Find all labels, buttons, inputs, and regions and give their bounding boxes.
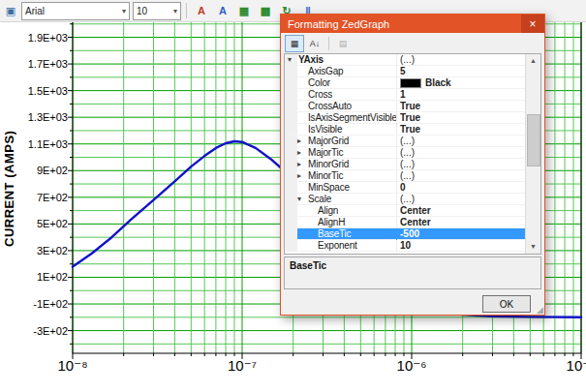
- font-color-icon[interactable]: A: [192, 1, 211, 20]
- property-name: AxisGap: [308, 66, 343, 77]
- y-tick-label: 1.9E+03: [0, 32, 68, 44]
- chevron-down-icon: ▾: [118, 7, 126, 15]
- row-gutter: [285, 228, 297, 239]
- y-tick-label: 7E+02: [0, 192, 68, 203]
- row-gutter: [285, 112, 297, 123]
- row-gutter: [285, 240, 297, 251]
- toolbar-separator: [186, 3, 187, 18]
- property-row-scale[interactable]: ▾Scale(...): [285, 194, 526, 205]
- y-tick-label: 1.7E+03: [0, 58, 68, 70]
- y-tick-label: 9E+02: [0, 165, 68, 176]
- toolbar-separator: [328, 37, 329, 50]
- formatting-dialog: Formatting ZedGraph × ▦A↓▤ ▾YAxis(...)Ax…: [280, 14, 545, 316]
- row-gutter: [285, 159, 297, 169]
- collapse-icon[interactable]: ▾: [288, 54, 292, 66]
- expand-icon[interactable]: ▸: [297, 147, 301, 159]
- property-row-align[interactable]: AlignCenter: [285, 205, 526, 217]
- property-value[interactable]: 0: [396, 182, 526, 194]
- expand-icon[interactable]: ▸: [297, 170, 301, 182]
- scroll-up-icon[interactable]: ▲: [526, 54, 540, 68]
- chart-grid-icon[interactable]: ▦: [234, 1, 254, 20]
- font-family-combo[interactable]: Arial ▾: [21, 2, 130, 20]
- row-gutter: [285, 217, 297, 227]
- property-value[interactable]: (...): [396, 54, 526, 66]
- categorized-icon[interactable]: ▦: [285, 35, 304, 52]
- row-gutter: [285, 147, 297, 158]
- chevron-down-icon: ▾: [170, 7, 177, 15]
- property-row-minspace[interactable]: MinSpace0: [285, 182, 526, 194]
- text-color-icon[interactable]: A: [213, 1, 232, 20]
- resize-grip[interactable]: ◢: [537, 305, 543, 315]
- property-value[interactable]: 5: [396, 66, 526, 77]
- row-gutter: [285, 66, 297, 76]
- collapse-icon[interactable]: ▾: [297, 194, 301, 205]
- y-tick-label: -1E+02: [0, 298, 68, 310]
- row-gutter: [285, 205, 297, 216]
- y-tick-label: -3E+02: [0, 325, 68, 337]
- property-name: YAxis: [298, 54, 324, 66]
- property-value[interactable]: Center: [396, 205, 526, 217]
- alphabetical-sort-icon[interactable]: A↓: [305, 35, 324, 52]
- expand-icon[interactable]: ▸: [297, 159, 301, 170]
- property-value[interactable]: (...): [396, 147, 526, 159]
- property-name: Scale: [308, 194, 331, 205]
- property-row-cross[interactable]: Cross1: [285, 89, 526, 101]
- x-tick-label: 10⁻⁸: [58, 357, 88, 375]
- property-row-axisgap[interactable]: AxisGap5: [285, 66, 526, 77]
- y-tick-label: 5E+02: [0, 218, 68, 229]
- color-swatch: [400, 78, 421, 88]
- row-gutter: [285, 194, 297, 204]
- dialog-titlebar[interactable]: Formatting ZedGraph ×: [281, 15, 544, 33]
- property-value[interactable]: 1: [396, 89, 526, 101]
- property-row-crossauto[interactable]: CrossAutoTrue: [285, 101, 526, 112]
- scroll-down-icon[interactable]: ▼: [526, 240, 540, 254]
- property-row-alignh[interactable]: AlignHCenter: [285, 217, 526, 228]
- property-row-color[interactable]: ColorBlack: [285, 77, 526, 89]
- font-size-combo[interactable]: 10 ▾: [133, 2, 181, 20]
- property-row-exponent[interactable]: Exponent10: [285, 240, 526, 252]
- property-row-minorgrid[interactable]: ▸MinorGrid(...): [285, 159, 526, 170]
- property-value[interactable]: 10: [396, 240, 526, 252]
- close-icon[interactable]: ×: [521, 15, 544, 33]
- font-family-value: Arial: [25, 6, 45, 16]
- property-grid: ▾YAxis(...)AxisGap5ColorBlackCross1Cross…: [284, 53, 541, 255]
- property-name: AlignH: [318, 217, 345, 228]
- property-row-majortic[interactable]: ▸MajorTic(...): [285, 147, 526, 159]
- property-row-minortic[interactable]: ▸MinorTic(...): [285, 170, 526, 182]
- property-name: MinSpace: [308, 182, 350, 194]
- property-row-isvisible[interactable]: IsVisibleTrue: [285, 124, 526, 136]
- ok-button[interactable]: OK: [482, 295, 531, 313]
- property-row-isaxissegmentvisible[interactable]: IsAxisSegmentVisibleTrue: [285, 112, 526, 124]
- y-tick-label: 1E+02: [0, 271, 68, 283]
- property-name: BaseTic: [318, 228, 351, 240]
- property-description-title: BaseTic: [290, 260, 536, 271]
- property-value[interactable]: Black: [396, 77, 526, 89]
- property-value[interactable]: True: [396, 124, 526, 136]
- property-name: Exponent: [318, 240, 357, 252]
- property-value[interactable]: True: [396, 112, 526, 124]
- property-row-yaxis[interactable]: ▾YAxis(...): [285, 54, 526, 66]
- property-grid-toolbar: ▦A↓▤: [284, 35, 541, 52]
- property-name: MinorTic: [308, 170, 343, 182]
- x-tick-label: 10⁻⁵: [567, 357, 586, 375]
- property-rows: ▾YAxis(...)AxisGap5ColorBlackCross1Cross…: [285, 54, 526, 254]
- property-value[interactable]: (...): [396, 159, 526, 170]
- property-name: MajorTic: [308, 147, 343, 159]
- y-tick-label: 1.5E+03: [0, 85, 68, 97]
- property-row-basetic[interactable]: BaseTic-500: [285, 228, 526, 240]
- scrollbar[interactable]: ▲ ▼: [525, 54, 540, 254]
- property-value[interactable]: -500: [396, 228, 526, 240]
- expand-icon[interactable]: ▸: [297, 136, 301, 147]
- app-icon[interactable]: ▣: [3, 3, 18, 18]
- chart-fill-icon[interactable]: ▩: [256, 1, 275, 20]
- property-value[interactable]: Center: [396, 217, 526, 228]
- property-value[interactable]: (...): [396, 194, 526, 205]
- font-size-value: 10: [137, 6, 147, 16]
- scrollbar-thumb[interactable]: [527, 114, 540, 166]
- y-tick-label: 1.3E+03: [0, 111, 68, 123]
- row-gutter: [285, 89, 297, 100]
- property-value[interactable]: True: [396, 101, 526, 112]
- property-row-majorgrid[interactable]: ▸MajorGrid(...): [285, 136, 526, 147]
- property-value[interactable]: (...): [396, 170, 526, 182]
- property-value[interactable]: (...): [396, 136, 526, 147]
